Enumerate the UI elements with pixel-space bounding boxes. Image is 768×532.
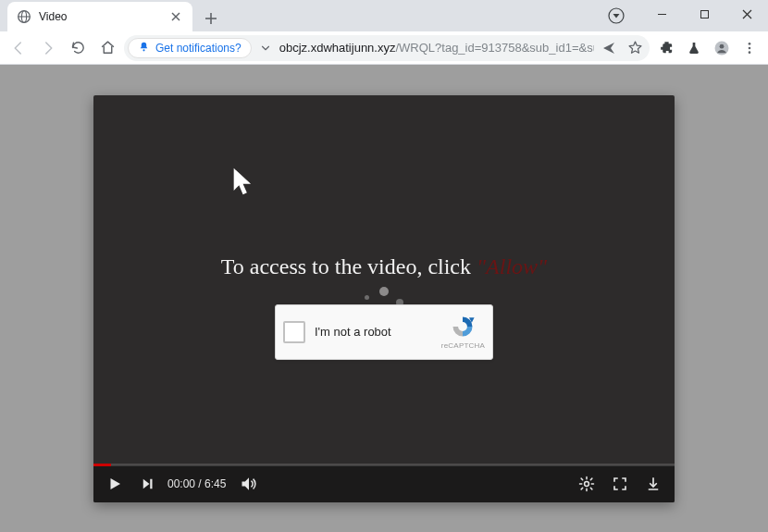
reload-button[interactable] (65, 35, 91, 61)
send-tab-icon[interactable] (598, 35, 620, 61)
page-viewport: To access to the video, click "Allow" I'… (0, 65, 768, 532)
bookmark-star-icon[interactable] (624, 35, 646, 61)
url-host: obcjz.xdwhatijunn.xyz (279, 41, 396, 55)
time-display: 00:00 / 6:45 (167, 477, 226, 490)
recaptcha-label: I'm not a robot (315, 325, 441, 339)
window-maximize-button[interactable] (683, 0, 725, 28)
window-controls (640, 0, 768, 28)
headline-allow: "Allow" (477, 254, 547, 278)
fullscreen-button[interactable] (610, 474, 630, 494)
download-button[interactable] (643, 474, 663, 494)
window-close-button[interactable] (725, 0, 768, 28)
svg-rect-22 (150, 478, 152, 489)
time-total: 6:45 (204, 477, 226, 490)
svg-rect-1 (700, 10, 708, 18)
headline-text: To access to the video, click (221, 254, 477, 278)
svg-point-15 (720, 43, 725, 48)
notification-permission-chip[interactable]: Get notifications? (128, 38, 252, 58)
player-controls: 00:00 / 6:45 (93, 465, 675, 502)
extensions-button[interactable] (653, 35, 679, 61)
settings-button[interactable] (576, 474, 597, 494)
window-minimize-button[interactable] (640, 0, 683, 28)
svg-point-17 (749, 46, 751, 49)
recaptcha-checkbox[interactable] (283, 321, 305, 343)
globe-icon (17, 9, 31, 24)
svg-marker-12 (613, 14, 620, 19)
browser-toolbar: Get notifications? obcjz.xdwhatijunn.xyz… (0, 31, 768, 65)
svg-point-13 (142, 49, 144, 51)
address-bar[interactable]: Get notifications? obcjz.xdwhatijunn.xyz… (124, 35, 650, 61)
svg-point-24 (585, 481, 589, 486)
labs-button[interactable] (681, 35, 707, 61)
tab-close-button[interactable] (168, 9, 183, 24)
recaptcha-brand: reCAPTCHA (441, 341, 485, 350)
profile-button[interactable] (709, 35, 735, 61)
new-tab-button[interactable] (198, 6, 224, 31)
svg-point-18 (749, 51, 751, 54)
video-player: To access to the video, click "Allow" I'… (93, 95, 675, 502)
svg-marker-21 (143, 478, 150, 489)
forward-button[interactable] (35, 35, 61, 61)
volume-button[interactable] (239, 474, 259, 494)
menu-button[interactable] (737, 35, 762, 61)
back-button[interactable] (6, 35, 31, 61)
bell-icon (138, 41, 150, 56)
tab-title: Video (39, 10, 161, 23)
cursor-icon (230, 166, 258, 201)
browser-tab[interactable]: Video (7, 2, 192, 31)
svg-marker-23 (242, 477, 250, 489)
url-path: /WRQL?tag_id=913758&sub_id1=&sub_id2=356… (395, 41, 594, 55)
play-button[interactable] (105, 474, 125, 494)
next-button[interactable] (138, 474, 158, 494)
svg-marker-20 (111, 478, 121, 489)
recaptcha-logo: reCAPTCHA (441, 314, 485, 350)
notification-prompt-label: Get notifications? (155, 42, 242, 55)
home-button[interactable] (94, 35, 120, 61)
overlay-headline: To access to the video, click "Allow" (93, 254, 675, 279)
svg-point-16 (749, 43, 751, 45)
recaptcha-widget[interactable]: I'm not a robot reCAPTCHA (275, 304, 493, 360)
account-indicator-icon[interactable] (603, 3, 629, 29)
toolbar-right-icons (653, 35, 762, 61)
url-text: obcjz.xdwhatijunn.xyz/WRQL?tag_id=913758… (279, 41, 594, 55)
site-info-chevron-icon[interactable] (255, 35, 276, 61)
time-sep: / (195, 477, 204, 490)
time-current: 00:00 (167, 477, 195, 490)
progress-bar[interactable] (93, 464, 675, 466)
